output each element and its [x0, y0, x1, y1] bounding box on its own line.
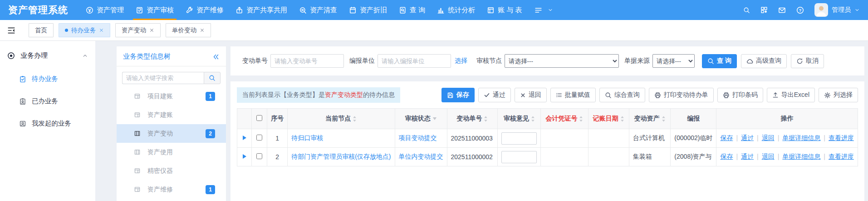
- filter-select[interactable]: 请选择---: [652, 54, 695, 68]
- row-action-link[interactable]: 保存: [720, 134, 733, 141]
- row-action-link[interactable]: 单据详细信息: [782, 153, 820, 160]
- filter-button[interactable]: 高级查询: [741, 54, 787, 68]
- column-header-content: 当前节点: [325, 115, 357, 123]
- user-menu[interactable]: 管理员: [814, 3, 860, 17]
- filter-input[interactable]: [270, 54, 344, 68]
- main-area: 业务办理 待办业务已办业务我发起的业务 业务类型信息树 项目建账1资产建账资产变…: [0, 41, 868, 201]
- row-checkbox[interactable]: [256, 153, 262, 159]
- topnav-item[interactable]: 资产清查: [293, 0, 343, 20]
- topnav-item[interactable]: 查 询: [393, 0, 431, 20]
- toolbar-button[interactable]: 批量赋值: [550, 88, 596, 102]
- sidebar-item[interactable]: 已办业务: [0, 90, 95, 112]
- app-logo: 资产管理系统: [8, 4, 68, 16]
- tab[interactable]: 待办业务: [59, 23, 110, 37]
- sidebar-group-business[interactable]: 业务办理: [0, 47, 95, 64]
- row-action-link[interactable]: 退回: [762, 134, 775, 141]
- tree-item[interactable]: 项目建账1: [117, 87, 226, 106]
- help-icon[interactable]: ?: [796, 6, 804, 14]
- current-node-link[interactable]: 待部门资产管理员审核(仅存放地点): [291, 153, 391, 160]
- filter-input[interactable]: [378, 54, 451, 68]
- topnav-item[interactable]: 资产折旧: [343, 0, 393, 20]
- toolbar-button[interactable]: 导出Excel: [767, 88, 815, 102]
- toolbar-button[interactable]: 打印条码: [717, 88, 763, 102]
- tree-item[interactable]: 资产建账: [117, 106, 226, 124]
- topnav-item-label: 资产维修: [196, 6, 224, 15]
- collapse-panel-icon[interactable]: [212, 53, 220, 60]
- sidebar-item[interactable]: 待办业务: [0, 68, 95, 90]
- audit-opinion-input[interactable]: [501, 132, 537, 145]
- more-menus-button[interactable]: [528, 6, 559, 14]
- card-icon: [134, 186, 141, 193]
- button-label: 退回: [529, 91, 541, 99]
- row-checkbox[interactable]: [256, 135, 262, 141]
- apps-grid-icon[interactable]: [760, 6, 768, 14]
- column-header-content: 变动资产: [634, 115, 666, 123]
- topnav-item[interactable]: 资产审核: [130, 0, 180, 20]
- collapse-sidebar-icon[interactable]: [7, 26, 15, 35]
- sidebar-item[interactable]: 我发起的业务: [0, 112, 95, 135]
- row-action-link[interactable]: 通过: [741, 134, 754, 141]
- tab[interactable]: 资产变动: [115, 23, 161, 37]
- info-highlight: 资产变动类型: [325, 91, 363, 98]
- row-action-link[interactable]: 保存: [720, 153, 733, 160]
- toolbar-button[interactable]: 综合查询: [599, 88, 645, 102]
- expand-row-icon[interactable]: [242, 135, 247, 141]
- tab[interactable]: 首页: [29, 23, 54, 37]
- content: 变动单号编报单位选择审核节点请选择---单据来源请选择---查 询高级查询取消 …: [230, 46, 864, 201]
- audit-status-link[interactable]: 项目变动提交: [399, 134, 437, 141]
- cancel-refresh-icon: [796, 58, 803, 65]
- filter-button[interactable]: 查 询: [702, 54, 737, 68]
- advanced-search-icon: [746, 58, 753, 65]
- toolbar-button[interactable]: 打印变动待办单: [649, 88, 714, 102]
- cell-node: 待归口审核: [288, 129, 395, 148]
- row-action-link[interactable]: 单据详细信息: [782, 134, 820, 141]
- button-label: 高级查询: [756, 57, 781, 65]
- mail-icon[interactable]: [778, 6, 786, 14]
- column-header-content: 审核状态: [405, 115, 437, 123]
- column-header-content: 操作: [781, 115, 794, 123]
- asset-audit-icon: [136, 6, 143, 14]
- tree-item[interactable]: 资产变动2: [117, 124, 226, 143]
- tree-item[interactable]: 资产维修1: [117, 180, 226, 199]
- tree-search: [122, 72, 221, 84]
- topnav-item[interactable]: 资产管理: [80, 0, 130, 20]
- toolbar-button[interactable]: 退回: [515, 88, 547, 102]
- filter-select[interactable]: 请选择---: [505, 54, 619, 68]
- sidebar-item-label: 我发起的业务: [32, 119, 71, 128]
- chevron-down-icon: [548, 7, 553, 13]
- tree-item[interactable]: 资产使用: [117, 143, 226, 161]
- audit-opinion-input[interactable]: [501, 151, 537, 163]
- select-all-checkbox[interactable]: [256, 115, 262, 121]
- filter-panel: 变动单号编报单位选择审核节点请选择---单据来源请选择---查 询高级查询取消: [230, 46, 864, 75]
- audit-status-link[interactable]: 单位内变动提交: [399, 153, 443, 160]
- filter-button[interactable]: 取消: [791, 54, 824, 68]
- toolbar-button[interactable]: 保存: [441, 88, 475, 102]
- search-icon[interactable]: [743, 7, 750, 14]
- cell-asset: 集装箱: [629, 148, 670, 166]
- tree-search-input[interactable]: [122, 72, 204, 84]
- topnav-item[interactable]: 账 与 表: [481, 0, 528, 20]
- row-action-link[interactable]: 查看进度: [829, 134, 854, 141]
- toolbar-button[interactable]: 列选择: [819, 88, 858, 102]
- filter-caret-icon[interactable]: [432, 117, 437, 121]
- tab[interactable]: 单价变动: [166, 23, 211, 37]
- cell-unit: (000002)临时: [671, 129, 716, 148]
- tree-item[interactable]: 精密仪器: [117, 161, 226, 180]
- topnav-item[interactable]: 统计分析: [431, 0, 481, 20]
- button-label: 保存: [456, 91, 469, 99]
- sort-carets-icon: [353, 116, 357, 122]
- expand-row-icon[interactable]: [242, 154, 247, 159]
- current-node-link[interactable]: 待归口审核: [291, 134, 323, 141]
- tree-search-button[interactable]: [204, 72, 221, 84]
- op-separator: |: [824, 153, 825, 160]
- choose-link[interactable]: 选择: [455, 57, 467, 65]
- tab-label: 资产变动: [122, 26, 146, 35]
- tab-label: 待办业务: [71, 26, 96, 35]
- row-action-link[interactable]: 退回: [762, 153, 775, 160]
- op-separator: |: [736, 134, 738, 141]
- row-action-link[interactable]: 查看进度: [829, 153, 854, 160]
- toolbar-button[interactable]: 通过: [478, 88, 511, 102]
- topnav-item[interactable]: 资产维修: [180, 0, 230, 20]
- topnav-item[interactable]: 资产共享共用: [230, 0, 293, 20]
- row-action-link[interactable]: 通过: [741, 153, 754, 160]
